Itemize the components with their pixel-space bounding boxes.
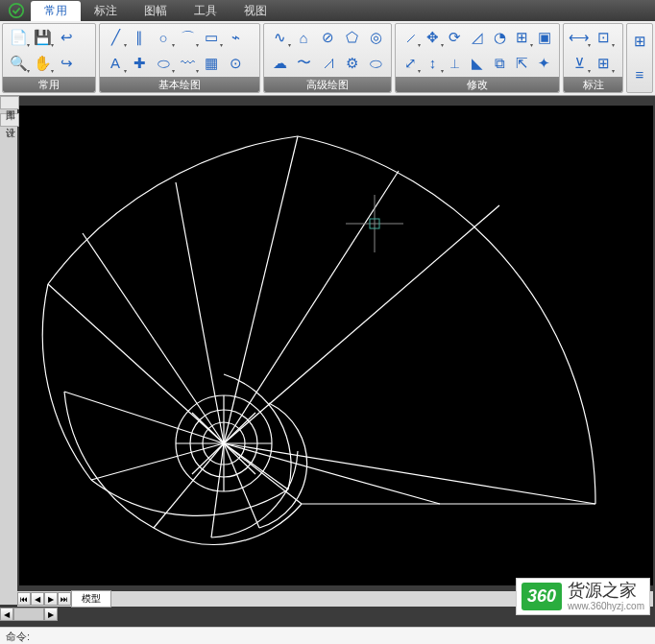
hatch-icon[interactable]: ▦ [200, 52, 223, 75]
panel-label-dim: 标注 [564, 77, 622, 92]
spline-icon[interactable]: 〰▾ [176, 52, 199, 75]
gear-icon[interactable]: ⚙ [340, 52, 363, 75]
pan-icon[interactable]: ✋▾ [31, 52, 54, 75]
linear-dim-icon[interactable]: ⟷▾ [568, 26, 591, 49]
tab-first-button[interactable]: ⏮ [17, 592, 31, 606]
left-dock: 图库 设计 [0, 96, 17, 605]
left-dock-tab-1[interactable]: 图库 [0, 96, 19, 109]
tab-next-button[interactable]: ▶ [44, 592, 58, 606]
watermark-badge: 360 [522, 583, 562, 610]
panel-dimension: ⟷▾ ⊡▾ ⊻▾ ⊞▾ 标注 [563, 23, 623, 93]
panel-advanced-drawing: ∿▾ ⌂ ⊘ ⬠ ◎ ☁ 〜 ⩘ ⚙ ⬭ 高级绘图 [263, 23, 392, 93]
menu-tab-annotate[interactable]: 标注 [81, 1, 131, 21]
menu-tab-common[interactable]: 常用 [31, 1, 81, 21]
arc-icon[interactable]: ⌒▾ [176, 26, 199, 49]
circle-icon[interactable]: ○▾ [152, 26, 175, 49]
scroll-right-button[interactable]: ▶ [44, 608, 58, 621]
extend-icon[interactable]: ↕▾ [422, 52, 443, 75]
trim-icon[interactable]: ⤢▾ [400, 52, 421, 75]
parallel-icon[interactable]: ∥ [128, 26, 151, 49]
select-icon[interactable]: ▣ [534, 26, 555, 49]
tab-prev-button[interactable]: ◀ [31, 592, 44, 606]
model-tab[interactable]: 模型 [71, 590, 111, 608]
watermark-title: 货源之家 [568, 582, 644, 601]
dim2-icon[interactable]: ⊡▾ [592, 26, 615, 49]
panel-extra: ⊞ ≡ [626, 23, 653, 93]
ribbon: 📄▾ 💾▾ ↩ 🔍▾ ✋▾ ↪ 常用 ╱▾ ∥ ○▾ ⌒▾ ▭▾ ⌁ A▾ [0, 21, 655, 96]
array-icon[interactable]: ⊞▾ [511, 26, 532, 49]
watermark: 360 货源之家 www.360hyzj.com [516, 578, 650, 615]
watermark-url: www.360hyzj.com [568, 601, 644, 611]
zoom-icon[interactable]: 🔍▾ [7, 52, 30, 75]
extra2-icon[interactable]: ≡ [631, 63, 648, 86]
break-icon[interactable]: ⟂ [445, 52, 466, 75]
slot-icon[interactable]: ⬭ [364, 52, 387, 75]
panel-basic-drawing: ╱▾ ∥ ○▾ ⌒▾ ▭▾ ⌁ A▾ ✚ ⬭▾ 〰▾ ▦ ⊙ 基本绘图 [99, 23, 260, 93]
redo-icon[interactable]: ↪ [55, 52, 78, 75]
move-icon[interactable]: ✥▾ [422, 26, 443, 49]
left-dock-tab-2[interactable]: 设计 [0, 113, 19, 127]
text-icon[interactable]: A▾ [104, 52, 127, 75]
panel-modify: ⟋▾ ✥▾ ⟳ ◿ ◔ ⊞▾ ▣ ⤢▾ ↕▾ ⟂ ◣ ⧉ ⇱ ✦ 修改 [395, 23, 560, 93]
scroll-left-button[interactable]: ◀ [0, 608, 13, 621]
scroll-corner: ◀ ▶ [0, 608, 58, 621]
svg-line-4 [224, 205, 499, 443]
command-prompt: 命令: [6, 631, 30, 642]
polygon-icon[interactable]: ⬠ [340, 26, 363, 49]
panel-label-advanced: 高级绘图 [264, 77, 391, 92]
work-area: 图库 设计 [0, 96, 655, 605]
fillet-icon[interactable]: ◣ [467, 52, 488, 75]
center-line-icon[interactable]: ✚ [128, 52, 151, 75]
menu-tab-view[interactable]: 视图 [230, 1, 280, 21]
svg-line-8 [83, 233, 224, 443]
command-line[interactable]: 命令: [0, 627, 655, 644]
svg-point-0 [10, 4, 23, 17]
donut-icon[interactable]: ◎ [364, 26, 387, 49]
dim4-icon[interactable]: ⊞▾ [592, 52, 615, 75]
rotate-icon[interactable]: ⟳ [445, 26, 466, 49]
spline2-icon[interactable]: ∿▾ [268, 26, 291, 49]
menu-tab-drawing-frame[interactable]: 图幅 [131, 1, 181, 21]
svg-line-7 [176, 182, 224, 443]
zigzag-icon[interactable]: ⩘ [316, 52, 339, 75]
line-icon[interactable]: ╱▾ [104, 26, 127, 49]
copy-icon[interactable]: ⧉ [489, 52, 510, 75]
wave-icon[interactable]: 〜 [292, 52, 315, 75]
tangent-icon[interactable]: ⊘ [316, 26, 339, 49]
dim3-icon[interactable]: ⊻▾ [568, 52, 591, 75]
svg-line-6 [224, 136, 298, 443]
scale-icon[interactable]: ◔ [489, 26, 510, 49]
polyline-icon[interactable]: ⌁ [224, 26, 247, 49]
panel-label-modify: 修改 [396, 77, 559, 92]
ellipse-icon[interactable]: ⬭▾ [152, 52, 175, 75]
tab-last-button[interactable]: ⏭ [58, 592, 71, 606]
save-icon[interactable]: 💾▾ [31, 26, 54, 49]
menu-tab-tools[interactable]: 工具 [181, 1, 230, 21]
undo-icon[interactable]: ↩ [55, 26, 78, 49]
rect-icon[interactable]: ▭▾ [200, 26, 223, 49]
svg-line-9 [48, 284, 224, 443]
stretch-icon[interactable]: ⇱ [511, 52, 532, 75]
explode-icon[interactable]: ✦ [534, 52, 555, 75]
panel-common: 📄▾ 💾▾ ↩ 🔍▾ ✋▾ ↪ 常用 [2, 23, 96, 93]
point-icon[interactable]: ⊙ [224, 52, 247, 75]
app-logo-icon [2, 1, 31, 20]
mirror-icon[interactable]: ◿ [467, 26, 488, 49]
erase-icon[interactable]: ⟋▾ [400, 26, 421, 49]
svg-line-10 [64, 392, 224, 443]
drawing-canvas[interactable] [19, 106, 653, 585]
new-file-icon[interactable]: 📄▾ [7, 26, 30, 49]
revcloud-icon[interactable]: ☁ [268, 52, 291, 75]
chamfer-icon[interactable]: ⌂ [292, 26, 315, 49]
extra1-icon[interactable]: ⊞ [631, 30, 648, 53]
scroll-thumb[interactable] [13, 608, 44, 621]
panel-label-basic: 基本绘图 [100, 77, 259, 92]
panel-label-common: 常用 [3, 77, 95, 92]
